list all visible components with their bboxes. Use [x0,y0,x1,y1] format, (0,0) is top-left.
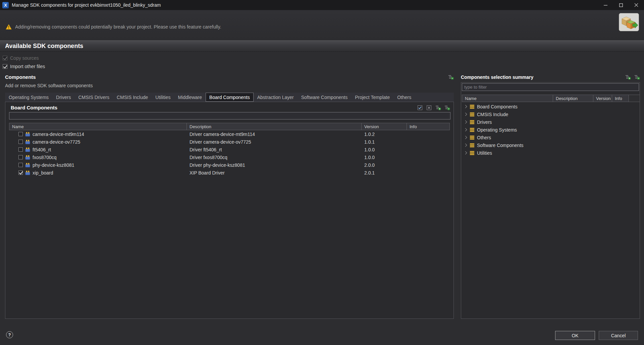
selection-summary-panel: Name Description Version Info Board Comp… [461,82,640,319]
category-tab[interactable]: Middleware [174,93,206,102]
component-row[interactable]: phy-device-ksz8081 Driver phy-device-ksz… [9,161,450,169]
component-version: 1.0.2 [362,132,407,137]
category-tab[interactable]: CMSIS Drivers [74,93,113,102]
column-header-version[interactable]: Version [362,123,407,130]
option-checkbox[interactable] [3,64,7,69]
tab-label: Utilities [155,95,170,100]
category-tab[interactable]: Operating Systems [5,93,52,102]
chevron-right-icon[interactable] [464,105,467,108]
summary-panel-header: Components selection summary [461,74,640,80]
tab-label: Software Components [301,95,348,100]
column-header-info[interactable]: Info [612,95,629,102]
component-checkbox[interactable] [18,170,23,175]
column-header-info[interactable]: Info [407,123,450,130]
component-version: 2.0.0 [362,162,407,168]
minimize-icon [604,3,607,7]
cancel-button[interactable]: Cancel [599,331,638,340]
component-version: 1.0.1 [362,139,407,145]
component-icon [25,140,30,144]
category-label: Board Components [477,104,518,109]
maximize-button[interactable] [613,0,629,10]
component-checkbox[interactable] [18,132,23,136]
component-description: Driver phy-device-ksz8081 [187,162,362,168]
component-name: xip_board [33,170,53,176]
component-row[interactable]: ft5406_rt Driver ft5406_rt 1.0.0 [9,146,450,153]
category-tab[interactable]: Project Template [351,93,393,102]
summary-category-row[interactable]: Utilities [462,149,639,157]
select-all-button[interactable] [417,105,423,110]
maximize-icon [619,3,623,7]
chevron-right-icon[interactable] [464,113,467,116]
category-tab[interactable]: Board Components [206,93,254,102]
chevron-right-icon[interactable] [464,151,467,155]
category-label: Operating Systems [477,127,517,133]
summary-category-row[interactable]: Operating Systems [462,126,639,134]
summary-category-row[interactable]: Drivers [462,118,639,126]
chevron-right-icon[interactable] [464,136,467,139]
column-header-description[interactable]: Description [553,95,593,102]
category-icon [470,120,475,125]
component-checkbox[interactable] [18,147,23,152]
component-row[interactable]: xip_board XIP Board Driver 2.0.1 [9,169,450,177]
collapse-panel-button[interactable] [448,74,454,80]
summary-toolbar [625,74,640,80]
column-header-name[interactable]: Name [462,95,553,102]
component-version: 1.0.0 [362,155,407,160]
chevron-right-icon[interactable] [464,144,467,147]
category-icon [470,143,475,148]
category-icon [470,151,475,155]
category-tab[interactable]: Utilities [152,93,174,102]
component-checkbox[interactable] [18,140,23,144]
category-tab[interactable]: Others [393,93,415,102]
chevron-right-icon[interactable] [464,128,467,132]
category-tab[interactable]: Drivers [52,93,74,102]
component-icon [25,155,30,160]
component-row[interactable]: camera-device-mt9m114 Driver camera-devi… [9,130,450,138]
component-checkbox[interactable] [18,155,23,159]
category-tab[interactable]: CMSIS Include [113,93,152,102]
tab-label: Operating Systems [9,95,49,100]
deselect-all-button[interactable] [426,105,432,110]
column-header-name[interactable]: Name [9,123,187,130]
component-icon [25,132,30,137]
help-icon: ? [8,332,11,337]
tab-label: Board Components [209,95,250,100]
collapse-all-icon [634,75,640,80]
component-checkbox[interactable] [18,163,23,167]
column-header-description[interactable]: Description [187,123,362,130]
component-row[interactable]: camera-device-ov7725 Driver camera-devic… [9,138,450,146]
option-row[interactable]: Import other files [3,62,45,70]
column-header-version[interactable]: Version [593,95,612,102]
tab-label: Abstraction Layer [257,95,294,100]
option-row[interactable]: Copy sources [3,54,45,62]
summary-filter-input[interactable] [462,83,639,91]
summary-category-row[interactable]: Software Components [462,141,639,149]
summary-collapse-all-button[interactable] [634,74,640,80]
summary-expand-all-button[interactable] [625,74,631,80]
component-row[interactable]: fxos8700cq Driver fxos8700cq 1.0.0 [9,153,450,161]
tab-label: Drivers [56,95,71,100]
chevron-right-icon[interactable] [464,120,467,124]
tab-label: Project Template [355,95,390,100]
category-label: CMSIS Include [477,112,508,117]
minimize-button[interactable] [598,0,613,10]
close-icon [634,3,638,7]
summary-table: Name Description Version Info [462,95,640,102]
summary-title: Components selection summary [461,75,533,80]
component-icon [25,147,30,152]
category-tab[interactable]: Abstraction Layer [254,93,298,102]
summary-category-row[interactable]: CMSIS Include [462,110,639,118]
option-checkbox[interactable] [3,56,7,60]
expand-all-button[interactable] [435,105,441,110]
category-tab[interactable]: Software Components [298,93,352,102]
board-components-panel: Board Components [5,102,454,319]
summary-category-row[interactable]: Board Components [462,103,639,110]
components-filter-input[interactable] [9,112,450,119]
help-button[interactable]: ? [6,331,13,338]
page-header: Available SDK components [0,40,644,52]
import-options: Copy sources Import other files [3,54,45,70]
close-button[interactable] [629,0,644,10]
summary-category-row[interactable]: Others [462,134,639,141]
collapse-all-button[interactable] [444,105,450,110]
ok-button[interactable]: OK [555,331,595,340]
